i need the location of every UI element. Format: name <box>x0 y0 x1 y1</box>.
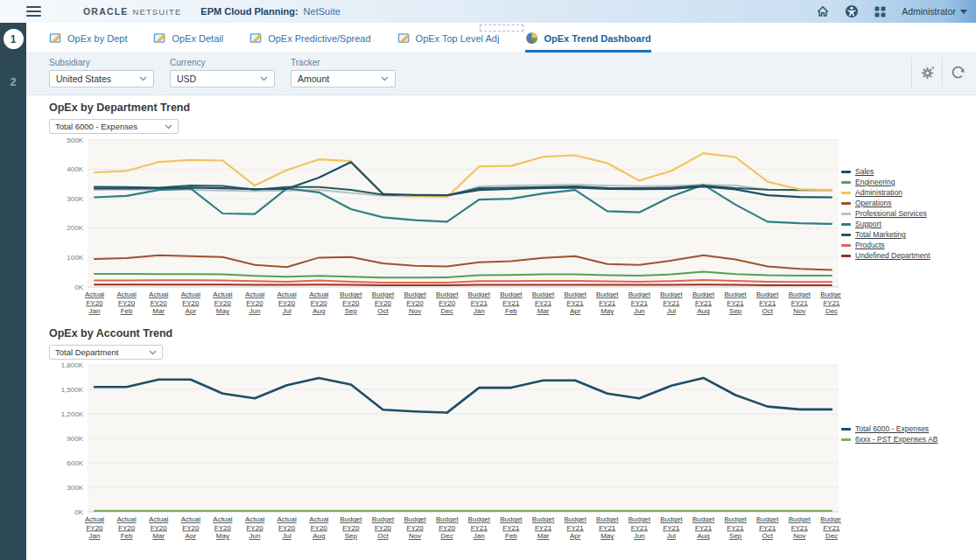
home-icon[interactable] <box>816 4 830 18</box>
x-axis-label[interactable]: ActualFY20Aug <box>309 290 328 315</box>
x-axis-label[interactable]: BudgetFY20Sep <box>340 515 362 540</box>
chart2-selector-value: Total Department <box>55 347 118 357</box>
x-axis-label[interactable]: BudgetFY20Oct <box>372 290 395 315</box>
legend-item[interactable]: Undefined Department <box>841 251 972 260</box>
x-axis-label[interactable]: ActualFY20Mar <box>149 290 168 315</box>
x-axis-label[interactable]: BudgetFY21Apr <box>564 515 586 540</box>
accessibility-icon[interactable] <box>845 4 859 18</box>
tab-opex-trend-dashboard[interactable]: OpEx Trend Dashboard <box>525 32 650 52</box>
x-axis-label[interactable]: ActualFY20Feb <box>116 515 136 540</box>
x-axis-label[interactable]: BudgetFY21Apr <box>564 290 586 315</box>
currency-select[interactable]: USD <box>170 70 275 88</box>
chart2-title: OpEx by Account Trend <box>49 327 976 340</box>
y-tick-label: 200K <box>67 224 83 232</box>
refresh-icon[interactable] <box>942 58 972 88</box>
step-1-button[interactable]: 1 <box>4 29 24 49</box>
x-axis-label[interactable]: BudgetFY21Oct <box>756 515 779 540</box>
x-axis-label[interactable]: ActualFY20May <box>213 290 232 315</box>
y-tick-label: 0K <box>74 284 83 291</box>
user-menu[interactable]: Administrator <box>902 6 967 17</box>
x-axis-label[interactable]: ActualFY20Apr <box>181 290 200 315</box>
x-axis-label[interactable]: ActualFY20Jan <box>85 515 104 540</box>
x-axis-label[interactable]: BudgetFY21May <box>596 290 619 315</box>
x-axis-label[interactable]: BudgetFY20Dec <box>436 515 459 540</box>
hamburger-icon[interactable] <box>26 6 41 18</box>
legend-item[interactable]: Sales <box>841 167 972 176</box>
x-axis-label[interactable]: BudgetFY21Feb <box>500 515 523 540</box>
x-axis-label[interactable]: BudgetFY21Jan <box>468 515 491 540</box>
x-axis-label[interactable]: BudgetFY21Dec <box>820 515 841 540</box>
x-axis-label[interactable]: BudgetFY20Oct <box>372 515 395 540</box>
tab-opex-predictive-spread[interactable]: OpEx Predictive/Spread <box>249 32 370 52</box>
x-axis-label[interactable]: BudgetFY21Jun <box>628 515 651 540</box>
tab-opex-top-level-adj[interactable]: OpEx Top Level Adj <box>397 32 500 52</box>
tab-opex-detail[interactable]: OpEx Detail <box>153 32 223 52</box>
chart1-member-selector[interactable]: Total 6000 - Expenses <box>49 119 179 134</box>
x-axis-label[interactable]: BudgetFY21May <box>596 515 619 540</box>
x-axis-label[interactable]: BudgetFY21Feb <box>500 290 523 315</box>
x-axis-label[interactable]: BudgetFY21Aug <box>692 515 715 540</box>
legend-item[interactable]: Support <box>841 220 972 228</box>
x-axis-label[interactable]: BudgetFY21Oct <box>756 290 779 315</box>
x-axis-label[interactable]: ActualFY20Jun <box>245 290 264 315</box>
x-axis-label[interactable]: ActualFY20Jul <box>277 290 297 315</box>
legend-swatch <box>841 192 851 194</box>
filter-currency: Currency USD <box>170 58 275 88</box>
legend-swatch <box>841 213 851 215</box>
x-axis-label[interactable]: BudgetFY21Mar <box>532 290 555 315</box>
filter-toolbar <box>911 58 972 88</box>
step-2-button[interactable]: 2 <box>10 75 16 88</box>
x-axis-label[interactable]: BudgetFY20Dec <box>436 290 459 315</box>
opex-department-trend-chart: 0K100K200K300K400K500KActualFY20JanActua… <box>49 136 841 321</box>
x-axis-label[interactable]: BudgetFY21Nov <box>789 515 811 540</box>
x-axis-label[interactable]: ActualFY20Aug <box>309 515 328 540</box>
legend-item[interactable]: 6xxx - PST Expenses AB <box>841 435 972 444</box>
x-axis-label[interactable]: BudgetFY21Sep <box>724 290 747 315</box>
x-axis-label[interactable]: BudgetFY21Jan <box>468 290 491 315</box>
x-axis-label[interactable]: BudgetFY21Dec <box>820 290 841 315</box>
x-axis-label[interactable]: BudgetFY21Jul <box>660 515 683 540</box>
legend-label: Total 6000 - Expenses <box>855 424 929 433</box>
x-axis-label[interactable]: ActualFY20Apr <box>181 515 200 540</box>
chart1-selector-value: Total 6000 - Expenses <box>55 122 137 131</box>
legend-item[interactable]: Products <box>841 241 972 249</box>
x-axis-label[interactable]: ActualFY20Jan <box>85 290 104 315</box>
chevron-down-icon <box>381 76 389 81</box>
legend-label: Professional Services <box>855 209 927 218</box>
x-axis-label[interactable]: BudgetFY20Nov <box>404 515 426 540</box>
subsidiary-select[interactable]: United States <box>49 70 154 88</box>
x-axis-label[interactable]: ActualFY20May <box>213 515 232 540</box>
chevron-down-icon <box>165 124 172 130</box>
dashboard-drag-handle[interactable] <box>480 24 523 32</box>
legend-item[interactable]: Total 6000 - Expenses <box>841 424 972 433</box>
legend-swatch <box>841 181 851 184</box>
x-axis-label[interactable]: ActualFY20Jul <box>277 515 297 540</box>
apps-grid-icon[interactable] <box>874 5 887 18</box>
x-axis-label[interactable]: BudgetFY20Nov <box>404 290 426 315</box>
x-axis-label[interactable]: BudgetFY21Jun <box>628 290 651 315</box>
legend-item[interactable]: Operations <box>841 199 972 207</box>
legend-item[interactable]: Administration <box>841 188 972 197</box>
x-axis-label[interactable]: BudgetFY21Sep <box>724 515 747 540</box>
legend-item[interactable]: Engineering <box>841 178 972 186</box>
x-axis-label[interactable]: BudgetFY21Aug <box>692 290 715 315</box>
x-axis-label[interactable]: ActualFY20Mar <box>149 515 168 540</box>
x-axis-label[interactable]: BudgetFY21Jul <box>660 290 683 315</box>
x-axis-label[interactable]: BudgetFY21Nov <box>789 290 811 315</box>
x-axis-label[interactable]: BudgetFY20Sep <box>340 290 362 315</box>
x-axis-label[interactable]: BudgetFY21Mar <box>532 515 555 540</box>
legend-item[interactable]: Total Marketing <box>841 230 972 239</box>
tracker-select[interactable]: Amount <box>291 70 396 88</box>
legend-item[interactable]: Professional Services <box>841 209 972 218</box>
currency-value: USD <box>177 74 196 84</box>
x-axis-label[interactable]: ActualFY20Feb <box>116 290 136 315</box>
x-axis-label[interactable]: ActualFY20Jun <box>245 515 264 540</box>
gear-icon[interactable] <box>911 58 942 88</box>
legend-swatch <box>841 202 851 205</box>
y-tick-label: 1,200K <box>61 410 84 418</box>
chart2-member-selector[interactable]: Total Department <box>49 345 163 360</box>
tab-label: OpEx Trend Dashboard <box>544 33 650 44</box>
legend-label: Administration <box>855 188 902 197</box>
tab-opex-by-dept[interactable]: OpEx by Dept <box>49 32 127 52</box>
tab-label: OpEx Detail <box>172 33 223 44</box>
